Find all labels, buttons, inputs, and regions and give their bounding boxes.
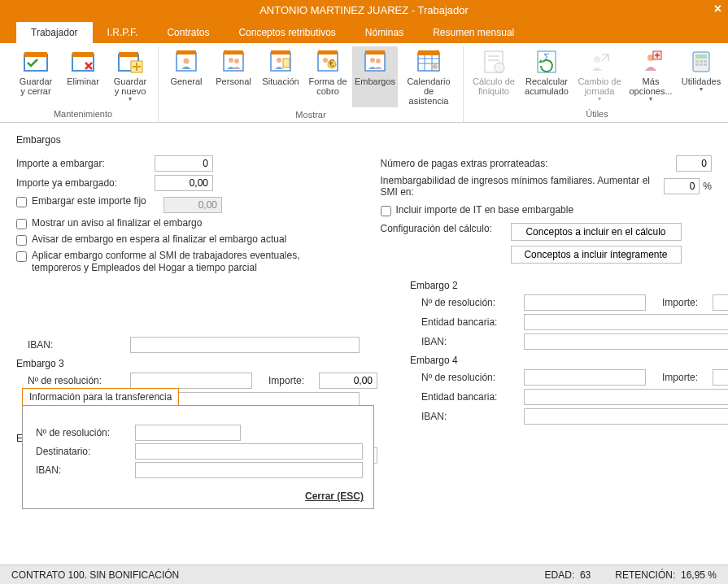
general-button[interactable]: General xyxy=(163,46,209,107)
utilidades-button[interactable]: Utilidades▾ xyxy=(677,46,726,107)
calendario-button[interactable]: Calendario de asistencia xyxy=(399,46,458,107)
svg-text:€: € xyxy=(329,58,335,69)
e2-iban-input[interactable] xyxy=(524,333,728,350)
importe-ya-input[interactable] xyxy=(155,175,213,191)
svg-rect-19 xyxy=(318,50,338,54)
e2-importe-input[interactable] xyxy=(713,294,728,311)
tab-nominas[interactable]: Nóminas xyxy=(351,22,418,43)
embargo4-title: Embargo 4 xyxy=(410,355,728,366)
svg-rect-11 xyxy=(224,50,243,54)
titlebar: ANTONIO MARTINEZ JUAREZ - Trabajador × xyxy=(0,0,728,20)
incluir-it-checkbox[interactable] xyxy=(381,206,391,216)
embargar-fijo-label: Embargar este importe fijo xyxy=(32,195,159,207)
aplicar-smi-checkbox[interactable] xyxy=(16,251,27,262)
svg-rect-45 xyxy=(695,60,699,63)
e4-importe-input[interactable] xyxy=(713,369,728,386)
svg-point-9 xyxy=(184,59,190,64)
tab-trabajador[interactable]: Trabajador xyxy=(16,22,93,43)
svg-rect-46 xyxy=(700,60,703,63)
e4-entidad-input[interactable] xyxy=(524,389,728,405)
config-calculo-label: Configuración del cálculo: xyxy=(381,223,511,234)
status-edad: 63 xyxy=(580,569,591,581)
importe-embargar-label: Importe a embargar: xyxy=(16,158,155,169)
svg-rect-24 xyxy=(365,50,385,54)
avisar-espera-label: Avisar de embargo en espera al finalizar… xyxy=(32,233,286,246)
tab-irpf[interactable]: I.R.P.F. xyxy=(93,22,153,43)
e2-nres-input[interactable] xyxy=(524,294,646,311)
popup-close-link[interactable]: Cerrar (ESC) xyxy=(23,486,373,508)
tab-contratos[interactable]: Contratos xyxy=(152,22,224,43)
svg-point-40 xyxy=(594,56,600,63)
recalcular-button[interactable]: ΣRecalcular acumulado xyxy=(521,46,573,107)
svg-rect-17 xyxy=(283,59,290,68)
svg-rect-3 xyxy=(72,52,94,57)
incluir-it-label: Incluir importe de IT en base embargable xyxy=(396,204,574,216)
e2-entidad-input[interactable] xyxy=(524,314,728,330)
aplicar-smi-label: Aplicar embargo conforme al SMI de traba… xyxy=(32,250,341,274)
num-pagas-input[interactable] xyxy=(676,155,712,172)
status-contrato: CONTRATO 100. SIN BONIFICACIÓN xyxy=(11,569,179,581)
svg-rect-8 xyxy=(177,50,196,54)
personal-button[interactable]: Personal xyxy=(211,46,256,107)
svg-rect-1 xyxy=(24,52,47,57)
info-transferencia-popup: Información para la transferencia Nº de … xyxy=(22,405,374,509)
e4-iban-input[interactable] xyxy=(524,408,728,425)
tab-resumen[interactable]: Resumen mensual xyxy=(418,22,529,43)
guardar-nuevo-button[interactable]: Guardar y nuevo ▾ xyxy=(107,46,153,107)
ribbon: Guardar y cerrar Eliminar Guardar y nuev… xyxy=(0,43,728,123)
svg-point-12 xyxy=(229,58,233,63)
svg-text:Σ: Σ xyxy=(543,52,549,63)
popup-iban-input[interactable] xyxy=(135,462,363,478)
finiquito-button: Cálculo de finiquito xyxy=(469,46,519,107)
num-pagas-label: Número de pagas extras prorrateadas: xyxy=(381,158,677,169)
svg-point-20 xyxy=(323,58,328,63)
e3-importe-input[interactable] xyxy=(319,373,377,389)
popup-dest-input[interactable] xyxy=(135,443,363,460)
chevron-down-icon: ▾ xyxy=(598,95,601,102)
iban-label: IBAN: xyxy=(28,339,125,351)
svg-rect-50 xyxy=(704,63,707,66)
svg-rect-28 xyxy=(418,50,439,55)
tab-bar: Trabajador I.R.P.F. Contratos Conceptos … xyxy=(0,20,728,43)
mostrar-aviso-label: Mostrar un aviso al finalizar el embargo xyxy=(32,217,202,229)
popup-nres-input[interactable] xyxy=(135,425,241,441)
e3-nres-input[interactable] xyxy=(130,373,252,389)
embargar-fijo-input xyxy=(163,197,222,213)
svg-point-13 xyxy=(234,59,239,63)
embargo2-title: Embargo 2 xyxy=(410,280,728,291)
embargo3-title: Embargo 3 xyxy=(16,358,377,369)
svg-rect-5 xyxy=(119,52,138,57)
svg-point-25 xyxy=(370,58,375,63)
embargar-fijo-checkbox[interactable] xyxy=(16,197,27,207)
close-icon[interactable]: × xyxy=(714,2,721,16)
svg-point-16 xyxy=(277,58,281,63)
svg-rect-47 xyxy=(704,60,707,63)
inembarg-label: Inembargabilidad de ingresos mínimos fam… xyxy=(381,175,665,198)
popup-tab[interactable]: Información para la transferencia xyxy=(22,388,179,405)
svg-point-37 xyxy=(495,63,504,72)
percent-label: % xyxy=(703,181,712,192)
eliminar-button[interactable]: Eliminar xyxy=(60,46,106,107)
svg-rect-48 xyxy=(695,63,699,66)
svg-rect-15 xyxy=(271,50,290,54)
avisar-espera-checkbox[interactable] xyxy=(16,235,27,246)
forma-cobro-button[interactable]: €Forma de cobro xyxy=(305,46,351,107)
status-retencion: 16,95 % xyxy=(681,569,717,581)
embargos-button[interactable]: Embargos xyxy=(352,46,398,107)
btn-conceptos-incluir[interactable]: Conceptos a incluir en el cálculo xyxy=(511,223,682,241)
guardar-cerrar-button[interactable]: Guardar y cerrar xyxy=(13,46,59,107)
inembarg-input[interactable] xyxy=(664,178,700,194)
e4-nres-input[interactable] xyxy=(524,369,646,386)
svg-rect-44 xyxy=(695,54,707,59)
statusbar: CONTRATO 100. SIN BONIFICACIÓN EDAD: 63 … xyxy=(0,564,728,584)
situacion-button[interactable]: Situación xyxy=(258,46,303,107)
mostrar-aviso-checkbox[interactable] xyxy=(16,219,27,229)
btn-conceptos-integra[interactable]: Conceptos a incluir íntegramente xyxy=(511,246,682,264)
tab-conceptos[interactable]: Conceptos retributivos xyxy=(224,22,350,43)
chevron-down-icon: ▾ xyxy=(649,95,652,102)
mas-opciones-button[interactable]: Más opciones...▾ xyxy=(626,46,675,107)
window-title: ANTONIO MARTINEZ JUAREZ - Trabajador xyxy=(259,4,469,16)
svg-point-33 xyxy=(433,64,438,69)
e1-iban-input[interactable] xyxy=(130,337,360,353)
importe-embargar-input[interactable] xyxy=(155,155,213,172)
